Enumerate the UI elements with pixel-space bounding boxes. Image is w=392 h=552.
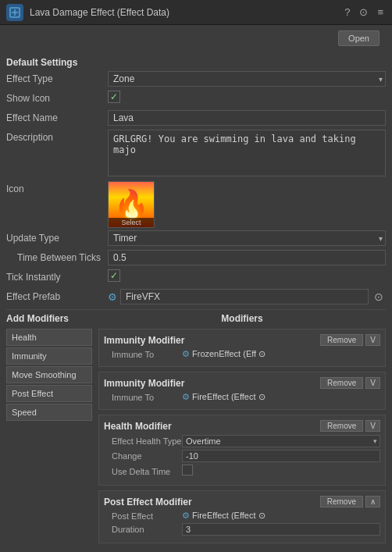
fire-effect-text-1[interactable]: FireEffect (Effect ⊙ <box>192 392 265 402</box>
immunity-modifier-1-title: Immunity Modifier <box>104 335 320 346</box>
show-icon-label: Show Icon <box>6 91 108 104</box>
health-modifier-reorder[interactable]: V <box>365 420 380 432</box>
effect-name-row: Effect Name <box>6 110 386 127</box>
time-between-ticks-label: Time Between Ticks <box>6 250 108 263</box>
post-effect-duration-field <box>182 523 380 536</box>
time-between-ticks-row: Time Between Ticks <box>6 250 386 267</box>
add-modifiers-title: Add Modifiers <box>6 313 92 324</box>
immunity-modifier-2-title: Immunity Modifier <box>104 378 320 389</box>
post-effect-ref-row: Post Effect ⚙ FireEffect (Effect ⊙ <box>104 511 380 521</box>
icon-field: Select <box>108 181 386 228</box>
show-icon-row: Show Icon ✓ <box>6 91 386 108</box>
post-effect-duration-input[interactable] <box>182 523 380 536</box>
modifiers-title: Modifiers <box>98 313 386 324</box>
tick-instantly-label: Tick Instantly <box>6 269 108 283</box>
app-icon <box>6 4 23 21</box>
use-delta-time-label: Use Delta Time <box>104 467 182 476</box>
post-effect-modifier: Post Effect Modifier Remove ∧ Post Effec… <box>98 490 386 543</box>
modifiers-layout: Add Modifiers Health Immunity Move Smoot… <box>6 313 386 548</box>
post-effect-ref-label: Post Effect <box>104 511 182 521</box>
health-change-label: Change <box>104 451 182 461</box>
update-type-field: Timer ▾ <box>108 230 386 246</box>
settings-icon[interactable]: ⊙ <box>357 5 370 20</box>
add-post-effect-button[interactable]: Post Effect <box>6 385 92 402</box>
tick-instantly-checkbox[interactable]: ✓ <box>108 269 120 282</box>
use-delta-time-row: Use Delta Time <box>104 465 380 478</box>
immunity-2-immune-to-row: Immune To ⚙ FireEffect (Effect ⊙ <box>104 392 380 402</box>
effect-type-label: Effect Type <box>6 71 108 84</box>
effect-prefab-label: Effect Prefab <box>6 289 108 302</box>
immunity-modifier-2-header: Immunity Modifier Remove V <box>104 377 380 389</box>
description-label: Description <box>6 130 108 143</box>
time-between-ticks-input[interactable] <box>108 250 386 265</box>
health-type-row: Effect Health Type Overtime ▾ <box>104 435 380 447</box>
add-speed-button[interactable]: Speed <box>6 404 92 421</box>
effect-type-dropdown[interactable]: Zone <box>108 71 386 87</box>
effect-prefab-input[interactable] <box>120 289 369 304</box>
add-move-smoothing-button[interactable]: Move Smoothing <box>6 366 92 383</box>
show-icon-checkbox[interactable]: ✓ <box>108 91 120 103</box>
immunity-2-immune-to-value: ⚙ FireEffect (Effect ⊙ <box>182 392 380 402</box>
immunity-1-immune-to-label: Immune To <box>104 350 182 359</box>
immunity-modifier-2-reorder[interactable]: V <box>365 377 380 389</box>
health-modifier-header: Health Modifier Remove V <box>104 420 380 432</box>
health-type-label: Effect Health Type <box>104 436 182 446</box>
use-delta-time-checkbox[interactable] <box>182 465 193 475</box>
post-effect-ref-value: ⚙ FireEffect (Effect ⊙ <box>182 511 380 521</box>
add-modifiers-panel: Add Modifiers Health Immunity Move Smoot… <box>6 313 92 548</box>
tick-instantly-row: Tick Instantly ✓ <box>6 269 386 287</box>
time-between-ticks-field <box>108 250 386 265</box>
open-button[interactable]: Open <box>338 30 380 46</box>
title-bar: Lava Damage Effect (Effect Data) ? ⊙ ≡ <box>0 0 392 25</box>
icon-label: Icon <box>6 181 108 194</box>
frozen-effect-icon: ⚙ <box>182 349 190 359</box>
add-health-button[interactable]: Health <box>6 329 92 346</box>
effect-prefab-row: Effect Prefab ⚙ ⊙ <box>6 289 386 306</box>
help-button[interactable]: ? <box>342 5 352 20</box>
post-effect-modifier-title: Post Effect Modifier <box>104 497 320 507</box>
immunity-1-immune-to-value: ⚙ FrozenEffect (Eff ⊙ <box>182 349 380 359</box>
title-actions: ? ⊙ ≡ <box>342 5 386 20</box>
fire-effect-text-2[interactable]: FireEffect (Effect ⊙ <box>192 511 265 521</box>
immunity-modifier-1-reorder[interactable]: V <box>365 334 380 346</box>
description-row: Description GRLGRG! You are swimming in … <box>6 130 386 179</box>
default-settings-header: Default Settings <box>6 51 386 71</box>
post-effect-duration-row: Duration <box>104 523 380 536</box>
immunity-modifier-1-header: Immunity Modifier Remove V <box>104 334 380 346</box>
effect-prefab-field: ⚙ ⊙ <box>108 289 386 304</box>
fire-effect-icon-2: ⚙ <box>182 511 190 521</box>
effect-name-input[interactable] <box>108 110 386 126</box>
health-modifier-remove[interactable]: Remove <box>320 420 363 432</box>
update-type-label: Update Type <box>6 230 108 244</box>
update-type-dropdown[interactable]: Timer <box>108 230 386 246</box>
health-modifier-title: Health Modifier <box>104 421 320 432</box>
effect-type-row: Effect Type Zone ▾ <box>6 71 386 88</box>
frozen-effect-text[interactable]: FrozenEffect (Eff ⊙ <box>192 349 265 359</box>
select-label: Select <box>109 218 154 227</box>
prefab-icon: ⚙ <box>108 291 117 303</box>
effect-name-label: Effect Name <box>6 110 108 123</box>
effect-name-field <box>108 110 386 126</box>
immunity-1-immune-to-row: Immune To ⚙ FrozenEffect (Eff ⊙ <box>104 349 380 359</box>
update-type-row: Update Type Timer ▾ <box>6 230 386 248</box>
post-effect-modifier-reorder[interactable]: ∧ <box>365 496 380 507</box>
health-type-field: Overtime ▾ <box>182 435 380 447</box>
health-change-row: Change <box>104 450 380 462</box>
content-area: Default Settings Effect Type Zone ▾ Show… <box>0 51 392 552</box>
post-effect-modifier-header: Post Effect Modifier Remove ∧ <box>104 496 380 507</box>
health-change-field <box>182 450 380 462</box>
immunity-modifier-1-remove[interactable]: Remove <box>320 334 363 346</box>
show-icon-field: ✓ <box>108 91 386 103</box>
description-input[interactable]: GRLGRG! You are swimming in lava and tak… <box>108 130 386 176</box>
post-effect-modifier-remove[interactable]: Remove <box>320 496 363 507</box>
immunity-modifier-2: Immunity Modifier Remove V Immune To ⚙ F… <box>98 372 386 410</box>
icon-preview[interactable]: Select <box>108 181 155 228</box>
health-change-input[interactable] <box>182 450 380 462</box>
add-immunity-button[interactable]: Immunity <box>6 347 92 365</box>
immunity-modifier-2-remove[interactable]: Remove <box>320 377 363 389</box>
prefab-select-btn[interactable]: ⊙ <box>372 291 386 302</box>
icon-row: Icon Select <box>6 181 386 228</box>
health-type-dropdown[interactable]: Overtime <box>182 435 380 447</box>
menu-button[interactable]: ≡ <box>375 5 386 20</box>
post-effect-duration-label: Duration <box>104 525 182 534</box>
